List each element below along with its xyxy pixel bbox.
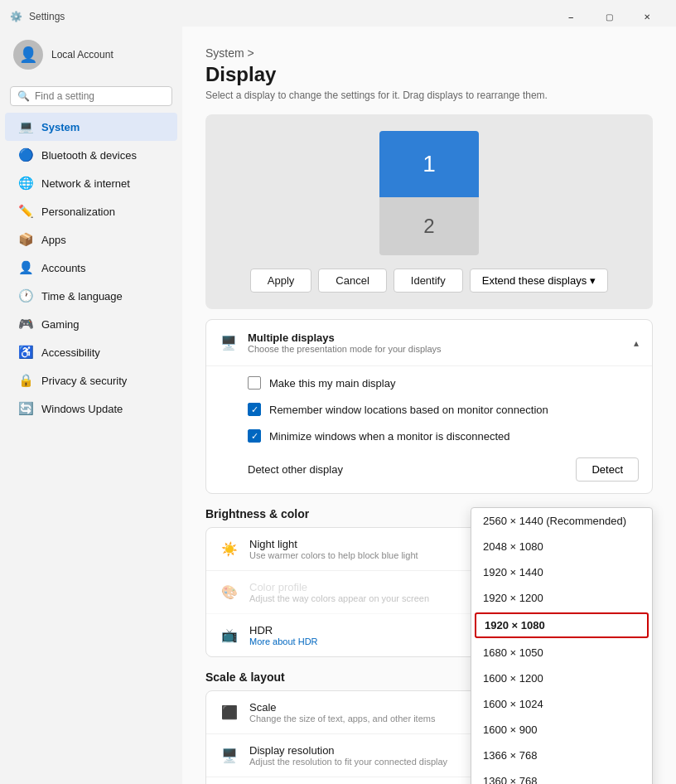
breadcrumb-parent: System [205, 46, 244, 60]
gaming-icon: 🎮 [18, 317, 33, 332]
detect-row: Detect other display Detect [248, 449, 639, 482]
sidebar-item-bluetooth[interactable]: 🔵 Bluetooth & devices [5, 141, 177, 169]
time-icon: 🕐 [18, 288, 33, 303]
remember-locations-label: Remember window locations based on monit… [269, 404, 548, 416]
accessibility-icon: ♿ [18, 345, 33, 360]
main-layout: 👤 Local Account 🔍 💻 System🔵 Bluetooth & … [0, 27, 676, 784]
titlebar: ⚙️ Settings ‒ ▢ ✕ [0, 0, 676, 27]
resolution-dropdown-item[interactable]: 1366 × 768 [471, 743, 652, 768]
scale-icon: ⬛ [220, 703, 239, 723]
extend-displays-button[interactable]: Extend these displays ▾ [470, 269, 608, 293]
resolution-dropdown[interactable]: 2560 × 1440 (Recommended)2048 × 10801920… [471, 507, 653, 784]
resolution-dropdown-item[interactable]: 1600 × 900 [471, 717, 652, 743]
display-preview-area: 1 2 Apply Cancel Identify Extend these d… [205, 114, 653, 309]
remember-locations-row: ✓ Remember window locations based on mon… [248, 396, 639, 423]
color-profile-icon: 🎨 [220, 583, 239, 603]
page-desc: Select a display to change the settings … [205, 90, 653, 101]
search-box[interactable]: 🔍 [10, 86, 172, 106]
detect-button[interactable]: Detect [576, 457, 639, 482]
user-section: 👤 Local Account [0, 33, 182, 83]
minimize-windows-row: ✓ Minimize windows when a monitor is dis… [248, 423, 639, 449]
privacy-icon: 🔒 [18, 373, 33, 388]
card-title-group: Multiple displays Choose the presentatio… [248, 332, 442, 354]
sidebar-item-label: System [41, 121, 80, 133]
cancel-button[interactable]: Cancel [318, 269, 386, 293]
sidebar-item-label: Personalization [41, 206, 115, 218]
sidebar-item-update[interactable]: 🔄 Windows Update [5, 394, 177, 423]
titlebar-left: ⚙️ Settings [10, 11, 65, 22]
sidebar-item-network[interactable]: 🌐 Network & internet [5, 169, 177, 197]
chevron-up-icon: ▴ [634, 337, 639, 349]
page-title: Display [205, 63, 653, 86]
sidebar-item-personalization[interactable]: ✏️ Personalization [5, 197, 177, 225]
sidebar-item-label: Time & language [41, 290, 123, 302]
multiple-displays-icon: 🖥️ [220, 334, 238, 352]
resolution-dropdown-item[interactable]: 1920 × 1080 [475, 612, 649, 638]
display-monitors: 1 2 [379, 131, 479, 255]
settings-icon: ⚙️ [10, 11, 22, 22]
remember-locations-checkbox[interactable]: ✓ [248, 403, 261, 416]
resolution-icon: 🖥️ [220, 746, 239, 766]
breadcrumb: System > [205, 46, 653, 60]
breadcrumb-sep: > [248, 46, 254, 60]
sidebar-item-system[interactable]: 💻 System [5, 113, 177, 141]
make-main-checkbox[interactable] [248, 376, 261, 390]
multiple-displays-header[interactable]: 🖥️ Multiple displays Choose the presenta… [206, 320, 652, 365]
monitor-1[interactable]: 1 [379, 131, 479, 197]
monitor-2[interactable]: 2 [379, 197, 479, 255]
night-light-icon: ☀️ [220, 540, 239, 559]
sidebar-item-label: Network & internet [41, 177, 130, 190]
titlebar-title: Settings [29, 11, 65, 22]
resolution-dropdown-item[interactable]: 2560 × 1440 (Recommended) [471, 508, 652, 534]
card-header-left: 🖥️ Multiple displays Choose the presenta… [220, 332, 442, 354]
apply-button[interactable]: Apply [250, 269, 312, 293]
make-main-display-row: Make this my main display [248, 370, 639, 396]
minimize-windows-checkbox[interactable]: ✓ [248, 429, 261, 443]
sidebar-item-label: Bluetooth & devices [41, 149, 137, 162]
resolution-dropdown-item[interactable]: 2048 × 1080 [471, 534, 652, 559]
multiple-displays-title: Multiple displays [248, 332, 442, 344]
search-icon: 🔍 [17, 90, 30, 102]
sidebar-item-label: Accessibility [41, 346, 100, 359]
hdr-icon: 📺 [220, 626, 239, 646]
chevron-down-icon: ▾ [590, 274, 596, 287]
user-name: Local Account [51, 49, 113, 60]
sidebar-item-label: Gaming [41, 318, 80, 331]
sidebar-item-label: Accounts [41, 262, 85, 274]
detect-label: Detect other display [248, 463, 343, 476]
display-buttons: Apply Cancel Identify Extend these displ… [222, 269, 636, 293]
bluetooth-icon: 🔵 [18, 148, 33, 162]
minimize-windows-label: Minimize windows when a monitor is disco… [269, 430, 509, 443]
resolution-dropdown-item[interactable]: 1680 × 1050 [471, 640, 652, 665]
resolution-dropdown-item[interactable]: 1360 × 768 [471, 768, 652, 784]
apps-icon: 📦 [18, 232, 33, 247]
search-input[interactable] [35, 90, 165, 102]
avatar: 👤 [13, 40, 43, 70]
accounts-icon: 👤 [18, 260, 33, 275]
sidebar: 👤 Local Account 🔍 💻 System🔵 Bluetooth & … [0, 27, 182, 784]
make-main-label: Make this my main display [269, 377, 395, 390]
resolution-dropdown-item[interactable]: 1600 × 1200 [471, 665, 652, 691]
sidebar-nav: 💻 System🔵 Bluetooth & devices🌐 Network &… [0, 113, 182, 423]
identify-button[interactable]: Identify [394, 269, 463, 293]
sidebar-item-privacy[interactable]: 🔒 Privacy & security [5, 366, 177, 394]
sidebar-item-apps[interactable]: 📦 Apps [5, 225, 177, 254]
sidebar-item-accessibility[interactable]: ♿ Accessibility [5, 338, 177, 366]
system-icon: 💻 [18, 119, 33, 134]
update-icon: 🔄 [18, 401, 33, 416]
sidebar-item-label: Privacy & security [41, 375, 127, 387]
multiple-displays-card: 🖥️ Multiple displays Choose the presenta… [205, 319, 653, 494]
sidebar-item-gaming[interactable]: 🎮 Gaming [5, 310, 177, 338]
resolution-dropdown-item[interactable]: 1920 × 1440 [471, 559, 652, 585]
network-icon: 🌐 [18, 176, 33, 191]
personalization-icon: ✏️ [18, 204, 33, 219]
multiple-displays-content: Make this my main display ✓ Remember win… [206, 365, 652, 493]
sidebar-item-label: Windows Update [41, 403, 123, 415]
sidebar-item-label: Apps [41, 234, 66, 246]
resolution-dropdown-item[interactable]: 1600 × 1024 [471, 691, 652, 717]
multiple-displays-subtitle: Choose the presentation mode for your di… [248, 344, 442, 354]
resolution-dropdown-item[interactable]: 1920 × 1200 [471, 585, 652, 611]
content-area: System > Display Select a display to cha… [182, 27, 676, 784]
sidebar-item-time[interactable]: 🕐 Time & language [5, 282, 177, 310]
sidebar-item-accounts[interactable]: 👤 Accounts [5, 254, 177, 282]
